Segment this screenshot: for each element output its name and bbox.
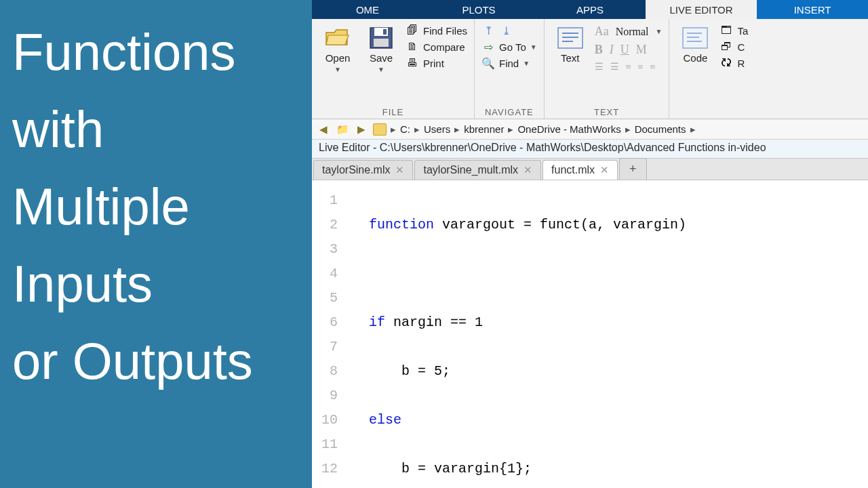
group-label-text: TEXT	[551, 106, 663, 117]
back-icon[interactable]: ◀	[316, 123, 331, 136]
address-bar: ◀ 📁 ▶ ▸ C:▸ Users▸ kbrenner▸ OneDrive - …	[312, 119, 868, 140]
new-tab-button[interactable]: +	[619, 158, 647, 180]
tab-plots[interactable]: PLOTS	[423, 0, 534, 19]
close-icon[interactable]: ✕	[600, 164, 609, 176]
text-button[interactable]: Text	[551, 22, 589, 64]
task-icon: 🗔	[719, 24, 733, 37]
find-files-button[interactable]: 🗐Find Files	[406, 24, 467, 37]
chevron-down-icon: ▼	[334, 66, 341, 73]
matlab-window: OME PLOTS APPS LIVE EDITOR INSERT Open ▼	[312, 0, 868, 488]
style-dropdown[interactable]: Normal	[616, 26, 649, 38]
code-opt1[interactable]: 🗔Ta	[719, 24, 748, 37]
align-right-icon[interactable]: ≡	[650, 62, 656, 73]
svg-rect-3	[374, 39, 389, 47]
style-label: Aa	[595, 24, 609, 39]
align-left-icon[interactable]: ≡	[626, 62, 631, 73]
file-tab-1[interactable]: taylorSine_mult.mlx✕	[414, 160, 541, 180]
italic-button[interactable]: I	[610, 43, 614, 57]
up-folder-icon[interactable]: 📁	[335, 123, 350, 136]
ribbon-group-file: Open ▼ Save ▼ 🗐Find Files 🗎Compare 🖶Prin…	[312, 19, 475, 119]
underline-button[interactable]: U	[620, 43, 629, 57]
title-panel: Functions with Multiple Inputs or Output…	[0, 0, 312, 488]
text-icon	[557, 24, 584, 52]
close-icon[interactable]: ✕	[524, 164, 532, 176]
nav-arrows[interactable]: ⤒⤓	[481, 24, 537, 37]
list-number-icon[interactable]: ☰	[610, 61, 619, 73]
tab-apps[interactable]: APPS	[534, 0, 646, 19]
code-opt2[interactable]: 🗗C	[719, 41, 748, 53]
print-button[interactable]: 🖶Print	[406, 57, 467, 69]
path-seg-2[interactable]: kbrenner	[464, 123, 504, 135]
code-area[interactable]: function varargout = funct(a, varargin) …	[342, 180, 686, 488]
compare-icon: 🗎	[406, 41, 419, 53]
ribbon-group-navigate: ⤒⤓ ⇨Go To ▼ 🔍Find ▼ NAVIGATE	[475, 19, 545, 119]
code-button[interactable]: Code	[676, 22, 714, 64]
ribbon: Open ▼ Save ▼ 🗐Find Files 🗎Compare 🖶Prin…	[312, 19, 868, 119]
find-files-icon: 🗐	[406, 24, 419, 37]
code-opt3[interactable]: 🗘R	[719, 57, 748, 69]
find-button[interactable]: 🔍Find ▼	[481, 57, 537, 69]
path-seg-4[interactable]: Documents	[635, 123, 686, 135]
path-seg-0[interactable]: C:	[400, 123, 410, 135]
path-seg-3[interactable]: OneDrive - MathWorks	[517, 123, 620, 135]
toolstrip-tabs: OME PLOTS APPS LIVE EDITOR INSERT	[312, 0, 868, 19]
align-center-icon[interactable]: ≡	[638, 62, 644, 73]
arrow-up-icon: ⤒	[481, 24, 495, 37]
ribbon-group-code: Code 🗔Ta 🗗C 🗘R	[669, 19, 755, 119]
tab-live-editor[interactable]: LIVE EDITOR	[646, 0, 757, 19]
tab-insert[interactable]: INSERT	[757, 0, 868, 19]
file-tab-bar: taylorSine.mlx✕ taylorSine_mult.mlx✕ fun…	[312, 159, 868, 180]
slide-title: Functions with Multiple Inputs or Output…	[12, 14, 300, 400]
document-title: Live Editor - C:\Users\kbrenner\OneDrive…	[312, 140, 868, 159]
file-tab-2[interactable]: funct.mlx✕	[542, 160, 618, 180]
group-label-navigate: NAVIGATE	[481, 106, 537, 117]
file-tab-0[interactable]: taylorSine.mlx✕	[313, 160, 413, 180]
path-seg-1[interactable]: Users	[424, 123, 450, 135]
code-editor[interactable]: 1 2 3 4 5 6 7 8 9 10 11 12 13 function v…	[312, 180, 868, 488]
close-icon[interactable]: ✕	[395, 164, 404, 176]
open-button[interactable]: Open ▼	[319, 22, 357, 73]
save-button[interactable]: Save ▼	[362, 22, 400, 73]
code-icon	[682, 24, 709, 52]
list-bullet-icon[interactable]: ☰	[595, 61, 604, 73]
refactor-icon: 🗘	[719, 57, 733, 69]
folder-icon	[373, 123, 387, 136]
goto-icon: ⇨	[481, 41, 495, 53]
forward-icon[interactable]: ▶	[354, 123, 369, 136]
line-gutter: 1 2 3 4 5 6 7 8 9 10 11 12 13	[312, 180, 342, 488]
search-icon: 🔍	[481, 57, 495, 69]
compare-button[interactable]: 🗎Compare	[406, 41, 467, 53]
arrow-down-icon: ⤓	[499, 24, 513, 37]
control-icon: 🗗	[719, 41, 733, 53]
chevron-down-icon: ▼	[378, 66, 384, 73]
svg-rect-2	[383, 29, 387, 35]
print-icon: 🖶	[406, 57, 419, 69]
save-icon	[368, 24, 395, 52]
goto-button[interactable]: ⇨Go To ▼	[481, 41, 537, 53]
ribbon-group-text: Text AaNormal▼ B I U M ☰ ☰ ≡ ≡	[545, 19, 670, 119]
group-label-file: FILE	[319, 106, 467, 117]
folder-open-icon	[324, 24, 351, 52]
tab-home[interactable]: OME	[312, 0, 423, 19]
bold-button[interactable]: B	[595, 43, 603, 57]
mono-button[interactable]: M	[636, 43, 647, 57]
